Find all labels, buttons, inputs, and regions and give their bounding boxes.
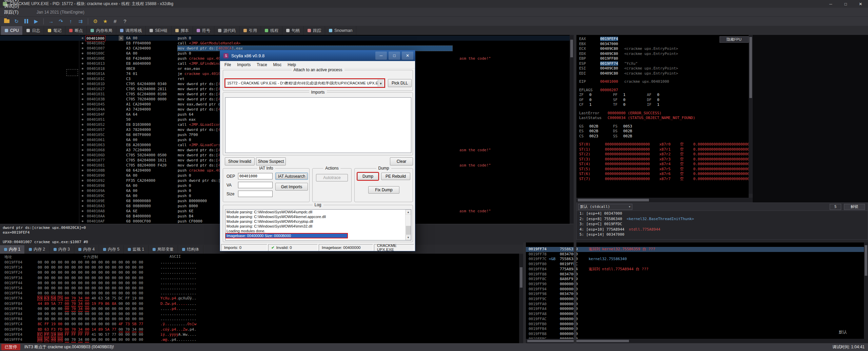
- breakpoint-dot[interactable]: [82, 170, 83, 171]
- pause-button[interactable]: [22, 17, 31, 25]
- flag-tf[interactable]: TF0: [613, 102, 647, 108]
- dump-tab-watch-1[interactable]: 监视 1: [124, 245, 149, 254]
- breakpoint-dot[interactable]: [82, 37, 83, 39]
- breakpoint-dot[interactable]: [82, 129, 83, 131]
- breakpoint-dot[interactable]: [82, 205, 83, 207]
- hex-dump-pane[interactable]: 地址 十六进制 ASCII 0019FF0400 00 00 00 00 00 …: [0, 254, 523, 343]
- breakpoint-dot[interactable]: [82, 180, 83, 181]
- breakpoint-dot[interactable]: [82, 185, 83, 187]
- breakpoint-dot[interactable]: [82, 175, 83, 176]
- breakpoint-dot[interactable]: [82, 119, 83, 120]
- scylla-minimize-button[interactable]: ─: [375, 52, 387, 60]
- menu-view[interactable]: 视图(V): [0, 0, 28, 3]
- argument-row[interactable]: 2: [esp+8] 75586340 <kernel32.BaseThread…: [577, 216, 868, 222]
- fix-dump-button[interactable]: Fix Dump: [368, 186, 399, 194]
- registers-scrollbar-horizontal[interactable]: [576, 198, 753, 202]
- argument-row[interactable]: 5: [esp+14] 00347000: [577, 232, 868, 237]
- imports-tree[interactable]: [225, 97, 411, 153]
- flag-sf[interactable]: SF0: [613, 98, 647, 103]
- show-suspect-button[interactable]: Show Suspect: [256, 157, 286, 165]
- stack-row[interactable]: 0019FFA000000000: [526, 302, 868, 307]
- stack-row[interactable]: 0019FFB400000000: [526, 327, 868, 332]
- arguments-pane[interactable]: 默认 (stdcall) 5 解锁 1: [esp+4] 00347000 2:…: [576, 202, 868, 240]
- breakpoint-dot[interactable]: [82, 215, 83, 217]
- tab-breakpoints[interactable]: 断点: [65, 26, 87, 35]
- scylla-title-bar[interactable]: S Scylla x86 v0.9.8 ─□✕: [220, 50, 415, 61]
- breakpoint-dot[interactable]: [82, 73, 83, 75]
- flag-of[interactable]: OF0: [579, 98, 613, 103]
- show-invalid-button[interactable]: Show Invalid: [225, 157, 255, 165]
- run-to-user-code-button[interactable]: ⇉: [76, 17, 85, 25]
- flag-df[interactable]: DF0: [647, 98, 681, 103]
- stack-row[interactable]: 0019FFB000000000: [526, 322, 868, 327]
- disasm-row[interactable]: 00401000>6A 00push 0: [0, 36, 574, 41]
- register-row[interactable]: LastError00000000 (ERROR_SUCCESS): [576, 111, 749, 116]
- stack-row[interactable]: 0019FF9000000000: [526, 282, 868, 287]
- stack-row[interactable]: 0019FF9C00000000: [526, 297, 868, 302]
- stack-row[interactable]: 0019FFAC00000000: [526, 317, 868, 322]
- register-row[interactable]: LastStatusC0000034 (STATUS_OBJECT_NAME_N…: [576, 116, 749, 121]
- scroll-up-icon[interactable]: ▲: [406, 210, 411, 215]
- tab-snowman[interactable]: Snowman: [325, 26, 356, 35]
- stack-row[interactable]: 0019FFA400000000: [526, 307, 868, 312]
- breakpoint-dot[interactable]: [82, 124, 83, 125]
- tab-script[interactable]: 脚本: [172, 26, 193, 35]
- breakpoint-dot[interactable]: [82, 220, 83, 222]
- dump-tab-memory-2[interactable]: 内存 2: [25, 245, 50, 254]
- stack-pane[interactable]: 0019FF7475586359返回到 kernel32.75586359 自 …: [526, 242, 868, 343]
- flag-if[interactable]: IF1: [647, 102, 681, 108]
- dump-tab-locals[interactable]: 局部变量: [149, 245, 178, 254]
- tab-cpu[interactable]: CPU: [1, 26, 23, 35]
- flag-gs[interactable]: GS002B: [579, 124, 613, 129]
- restart-button[interactable]: ↻: [12, 17, 21, 25]
- dump-tab-memory-5[interactable]: 内存 5: [99, 245, 124, 254]
- scylla-menu-trace[interactable]: Trace: [254, 62, 270, 67]
- log-list[interactable]: Module parsing: C:\Windows\SysWOW64\umpd…: [225, 209, 411, 240]
- breakpoint-dot[interactable]: [82, 83, 83, 85]
- execute-till-return-button[interactable]: ↑: [66, 17, 75, 25]
- tab-notes[interactable]: 笔记: [44, 26, 65, 35]
- run-button[interactable]: ▶: [32, 17, 41, 25]
- stack-row[interactable]: 0019FF9800347000: [526, 292, 868, 297]
- breakpoint-dot[interactable]: [82, 159, 83, 161]
- close-button[interactable]: ✕: [853, 0, 868, 8]
- stack-row[interactable]: 0019FF7475586359返回到 kernel32.75586359 自 …: [526, 247, 868, 252]
- disassembly-scrollbar[interactable]: [570, 35, 574, 224]
- breakpoint-dot[interactable]: [82, 93, 83, 95]
- tab-call-stack[interactable]: 调用堆栈: [116, 26, 146, 35]
- stack-scrollbar-vertical[interactable]: [864, 242, 868, 343]
- register-row[interactable]: EIP00401000crackme upx.00401000: [576, 79, 749, 84]
- tab-log[interactable]: 日志: [23, 26, 44, 35]
- open-file-button[interactable]: [2, 17, 11, 25]
- register-row[interactable]: EBP0019FF80: [576, 56, 749, 61]
- fpu-register-row[interactable]: ST(5)00000000000000000000x87r5空0.0000000…: [576, 167, 749, 172]
- breakpoint-dot[interactable]: [82, 103, 83, 105]
- breakpoint-dot[interactable]: [82, 210, 83, 212]
- breakpoint-dot[interactable]: [82, 144, 83, 146]
- breakpoint-dot[interactable]: [82, 134, 83, 136]
- breakpoint-dot[interactable]: [82, 47, 83, 49]
- scylla-maximize-button[interactable]: □: [389, 52, 400, 60]
- breakpoint-dot[interactable]: [82, 154, 83, 156]
- breakpoint-dot[interactable]: [82, 190, 83, 192]
- disasm-row[interactable]: 00401002E8 FF040000call <JMP.&GetModuleH…: [0, 41, 574, 46]
- stack-row[interactable]: 0019FF9400000000: [526, 287, 868, 292]
- scylla-menu-misc[interactable]: Misc: [270, 62, 285, 67]
- stack-scrollbar-horizontal[interactable]: [526, 339, 864, 343]
- breakpoint-dot[interactable]: [82, 164, 83, 166]
- settings-button[interactable]: ⚙: [91, 17, 100, 25]
- stack-row[interactable]: 0019FFA800000000: [526, 312, 868, 317]
- help-button[interactable]: ?: [120, 17, 130, 25]
- dump-tab-memory-4[interactable]: 内存 4: [74, 245, 99, 254]
- tab-memory-map[interactable]: 内存布局: [87, 26, 116, 35]
- breakpoint-dot[interactable]: [82, 42, 83, 44]
- breakpoint-dot[interactable]: [82, 114, 83, 115]
- vertical-splitter[interactable]: [574, 35, 576, 343]
- breakpoint-dot[interactable]: [82, 58, 83, 59]
- hex-dump-scrollbar[interactable]: [519, 254, 523, 343]
- registers-scrollbar-vertical[interactable]: [749, 35, 753, 194]
- fpu-register-row[interactable]: ST(3)00000000000000000000x87r3空0.0000000…: [576, 157, 749, 162]
- register-row[interactable]: ECX00409C80<crackme upx.EntryPoint>: [576, 46, 749, 52]
- tab-seh[interactable]: SEH链: [146, 26, 172, 35]
- flag-pf[interactable]: PF1: [613, 93, 647, 98]
